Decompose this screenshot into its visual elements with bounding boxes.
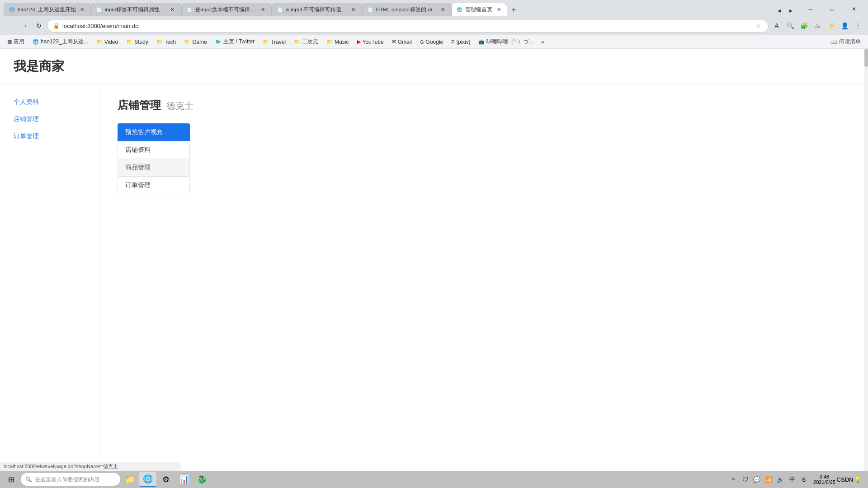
game-bm-icon: 📁 (184, 39, 190, 45)
sidebar-item-profile[interactable]: 个人资料 (0, 94, 99, 111)
tab-admin[interactable]: 🌐 管理端首页 ✕ (451, 3, 507, 16)
bookmark-anime[interactable]: 📁 二次元 (290, 37, 322, 47)
close-button[interactable]: ✕ (844, 2, 864, 16)
systray-network[interactable]: 📶 (764, 474, 774, 484)
bookmark-travel[interactable]: 📁 Travel (259, 38, 289, 46)
url-text: localhost:8080/etwm/main.do (62, 23, 751, 29)
tab-close-input3[interactable]: ✕ (350, 6, 357, 14)
status-bar: localhost:8080/etwm/allpage.do?shopName=… (0, 462, 181, 471)
translate-icon[interactable]: A (770, 19, 783, 32)
extension-icon1[interactable]: 🧩 (797, 19, 810, 32)
systray-volume[interactable]: 🔊 (775, 474, 785, 484)
reading-list-button[interactable]: 📖 阅读清单 (827, 38, 864, 46)
section-title: 店铺管理 (118, 98, 161, 113)
tab-scroll-right[interactable]: ▸ (785, 5, 797, 16)
explorer-icon: 📁 (125, 474, 135, 484)
menu-item-orders[interactable]: 订单管理 (118, 176, 190, 194)
maximize-button[interactable]: □ (822, 2, 843, 16)
bookmark-apps[interactable]: ▦ 应用 (4, 37, 28, 47)
menu-item-preview[interactable]: 预览客户视角 (118, 123, 190, 141)
csdn-label[interactable]: CSDN (840, 474, 850, 484)
taskbar-app-ppt[interactable]: 📊 (175, 472, 193, 487)
bookmark-gmail-label: Gmail (398, 39, 412, 45)
reading-list-icon: 📖 (830, 39, 837, 45)
bookmark-hao123-label: hao123_上网从这... (41, 38, 88, 46)
bookmark-music[interactable]: 📁 Music (323, 38, 352, 46)
taskbar: ⊞ 🔍 在这里输入你要搜索的内容 📁 🌐 ⚙ 📊 🐉 ^ 🛡 💬 📶 🔊 中 S (0, 471, 868, 488)
minimize-button[interactable]: ─ (800, 2, 821, 16)
taskbar-search[interactable]: 🔍 在这里输入你要搜索的内容 (21, 473, 120, 486)
bookmark-pixiv-label: [pixiv] (457, 39, 471, 45)
bookmark-google[interactable]: G Google (416, 38, 447, 46)
bookmark-twitter[interactable]: 🐦 主页 / Twitter (212, 37, 258, 47)
google-bm-icon: G (420, 39, 424, 45)
systray-antivirus[interactable]: S (799, 474, 809, 484)
taskbar-app-game[interactable]: 🐉 (193, 472, 211, 487)
taskbar-systray: ^ 🛡 💬 📶 🔊 中 S (728, 474, 809, 484)
apps-icon: ▦ (7, 39, 12, 45)
extension-icon2[interactable]: ⚡ (825, 19, 837, 32)
tab-close-input2[interactable]: ✕ (259, 6, 267, 14)
sidebar-item-orders[interactable]: 订单管理 (0, 128, 99, 145)
systray-security[interactable]: 🛡 (740, 474, 750, 484)
lens-icon[interactable]: 🔍 (784, 19, 797, 32)
bookmarks-bar: ▦ 应用 🌐 hao123_上网从这... 📁 Video 📁 Study 📁 … (0, 35, 868, 49)
bookmark-game[interactable]: 📁 Game (180, 38, 211, 46)
travel-bm-icon: 📁 (263, 39, 269, 45)
systray-ime[interactable]: 中 (787, 474, 797, 484)
tab-close-html-input[interactable]: ✕ (439, 6, 446, 14)
chrome-icon: 🌐 (143, 474, 153, 484)
tab-close-hao123[interactable]: ✕ (79, 6, 86, 14)
bookmark-study[interactable]: 📁 Study (123, 38, 152, 46)
profile-icon[interactable]: 👤 (838, 19, 851, 32)
sidebar-item-store[interactable]: 店铺管理 (0, 111, 99, 128)
steam-icon[interactable]: ♨ (811, 19, 824, 32)
page-title: 我是商家 (14, 58, 854, 75)
tab-input3[interactable]: 📄 js input 不可编辑可传值设... ✕ (272, 3, 362, 16)
menu-item-store-info[interactable]: 店铺资料 (118, 141, 190, 159)
tab-html-input[interactable]: 📄 HTML <input> 标签的 di... ✕ (362, 3, 451, 16)
bookmark-video[interactable]: 📁 Video (93, 38, 122, 46)
reading-list-label: 阅读清单 (839, 38, 861, 46)
tab-hao123[interactable]: 🌐 hao123_上网从这里开始 ✕ (4, 3, 91, 16)
anime-bm-icon: 📁 (294, 39, 300, 45)
ppt-icon: 📊 (179, 474, 189, 484)
tab-title-admin: 管理端首页 (465, 6, 492, 13)
bookmark-youtube-label: YouTube (363, 39, 384, 45)
tab-input1[interactable]: 📄 input标签不可编辑属性怎... ✕ (91, 3, 181, 16)
tab-input2[interactable]: 📄 使input文本框不可编辑的... ✕ (181, 3, 272, 16)
bookmark-bilibili-label: 哔哩哔哩（'-'）づ... (486, 38, 533, 46)
taskbar-app-settings[interactable]: ⚙ (157, 472, 175, 487)
bookmark-game-label: Game (192, 39, 207, 45)
bookmark-hao123[interactable]: 🌐 hao123_上网从这... (29, 37, 92, 47)
bookmark-pixiv[interactable]: P [pixiv] (448, 38, 474, 46)
taskbar-notification[interactable]: 💡 (853, 474, 863, 484)
systray-chat[interactable]: 💬 (752, 474, 762, 484)
tab-close-admin[interactable]: ✕ (495, 6, 502, 14)
url-action-icons: ☆ (754, 21, 763, 30)
bookmark-gmail[interactable]: ✉ Gmail (388, 38, 415, 46)
taskbar-clock[interactable]: 0:48 2021/6/25 (811, 474, 837, 485)
start-button[interactable]: ⊞ (2, 472, 20, 487)
bookmark-youtube[interactable]: ▶ YouTube (354, 38, 387, 46)
refresh-button[interactable]: ↻ (33, 19, 45, 32)
bookmark-star-icon[interactable]: ☆ (754, 21, 763, 30)
bookmark-bilibili[interactable]: 📺 哔哩哔哩（'-'）づ... (475, 37, 537, 47)
section-subtitle: 德克士 (166, 100, 193, 112)
back-button[interactable]: ← (4, 19, 16, 32)
taskbar-app-explorer[interactable]: 📁 (121, 472, 138, 487)
taskbar-app-chrome[interactable]: 🌐 (139, 472, 156, 487)
bookmark-more[interactable]: » (538, 38, 548, 46)
tab-close-input1[interactable]: ✕ (169, 6, 176, 14)
menu-item-products[interactable]: 商品管理 (118, 159, 190, 176)
menu-icon[interactable]: ⋮ (852, 19, 864, 32)
url-bar[interactable]: 🔒 localhost:8080/etwm/main.do ☆ (47, 19, 769, 33)
systray-chevron[interactable]: ^ (728, 474, 738, 484)
address-bar: ← → ↻ 🔒 localhost:8080/etwm/main.do ☆ A … (0, 16, 868, 35)
tab-scroll-left[interactable]: ◂ (773, 5, 785, 16)
forward-button[interactable]: → (18, 19, 31, 32)
game-icon: 🐉 (197, 474, 207, 484)
scrollbar-thumb[interactable] (864, 49, 868, 67)
new-tab-button[interactable]: + (507, 4, 520, 16)
bookmark-tech[interactable]: 📁 Tech (153, 38, 179, 46)
